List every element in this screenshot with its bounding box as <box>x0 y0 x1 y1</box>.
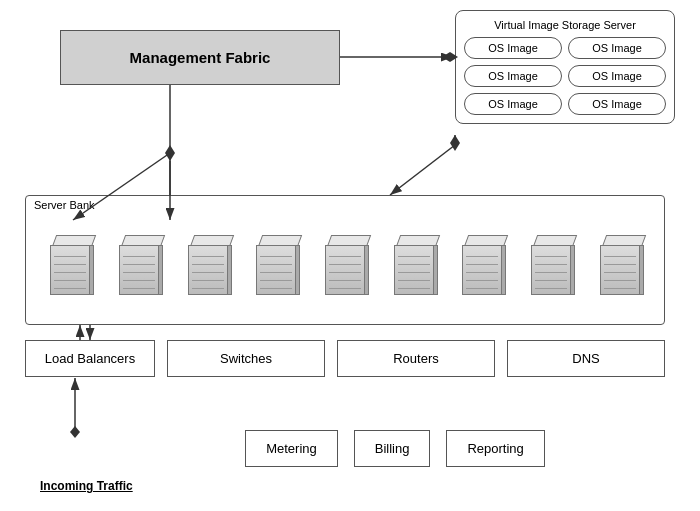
os-image-3: OS Image <box>464 65 562 87</box>
server-bank-box: Server Bank <box>25 195 665 325</box>
server-icon-9 <box>596 235 644 295</box>
load-balancers-box: Load Balancers <box>25 340 155 377</box>
server-icon-8 <box>527 235 575 295</box>
incoming-diamond <box>70 426 80 438</box>
viss-grid: OS Image OS Image OS Image OS Image OS I… <box>464 37 666 115</box>
bottom-row-2: Metering Billing Reporting <box>140 430 650 467</box>
incoming-traffic-text: Incoming Traffic <box>40 479 133 493</box>
server-icon-4 <box>252 235 300 295</box>
server-bank-label: Server Bank <box>34 199 95 211</box>
servers-row <box>26 196 664 324</box>
switches-label: Switches <box>220 351 272 366</box>
management-fabric-label: Management Fabric <box>130 49 271 66</box>
os-image-6: OS Image <box>568 93 666 115</box>
billing-box: Billing <box>354 430 431 467</box>
load-balancers-label: Load Balancers <box>45 351 135 366</box>
metering-label: Metering <box>266 441 317 456</box>
server-icon-5 <box>321 235 369 295</box>
routers-label: Routers <box>393 351 439 366</box>
incoming-traffic-label: Incoming Traffic <box>40 479 133 493</box>
server-icon-7 <box>458 235 506 295</box>
os-image-4: OS Image <box>568 65 666 87</box>
server-icon-6 <box>390 235 438 295</box>
switches-box: Switches <box>167 340 325 377</box>
reporting-box: Reporting <box>446 430 544 467</box>
metering-box: Metering <box>245 430 338 467</box>
server-icon-3 <box>184 235 232 295</box>
routers-box: Routers <box>337 340 495 377</box>
dns-label: DNS <box>572 351 599 366</box>
reporting-label: Reporting <box>467 441 523 456</box>
viss-title: Virtual Image Storage Server <box>464 19 666 31</box>
os-image-1: OS Image <box>464 37 562 59</box>
dns-box: DNS <box>507 340 665 377</box>
os-image-2: OS Image <box>568 37 666 59</box>
management-fabric-box: Management Fabric <box>60 30 340 85</box>
viss-to-server <box>390 145 455 195</box>
os-image-5: OS Image <box>464 93 562 115</box>
billing-label: Billing <box>375 441 410 456</box>
server-icon-1 <box>46 235 94 295</box>
mgmt-down-diamond <box>165 145 175 161</box>
viss-container: Virtual Image Storage Server OS Image OS… <box>455 10 675 124</box>
server-icon-2 <box>115 235 163 295</box>
viss-server-diamond <box>450 135 460 151</box>
bottom-row-1: Load Balancers Switches Routers DNS <box>25 340 665 377</box>
